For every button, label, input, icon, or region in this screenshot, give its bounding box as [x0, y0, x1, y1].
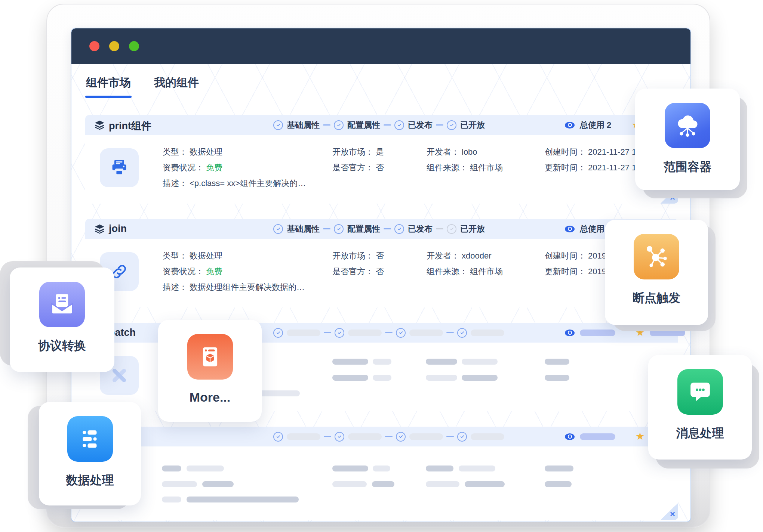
showcase-card-protocol-conversion[interactable]: 协议转换: [10, 267, 114, 372]
field-value: 否: [376, 267, 384, 276]
showcase-label: 范围容器: [664, 159, 711, 175]
showcase-card-data-processing[interactable]: 数据处理: [39, 402, 141, 505]
check-icon: [273, 328, 283, 338]
field-value: lobo: [462, 147, 477, 157]
field-label: 类型：: [163, 147, 187, 157]
close-window-dot[interactable]: [89, 41, 99, 51]
check-icon: [273, 224, 283, 234]
placeholder-bar: [545, 359, 569, 365]
placeholder-bar: [545, 481, 572, 487]
step-separator: [324, 436, 331, 437]
placeholder-bar: [187, 466, 224, 471]
minimize-window-dot[interactable]: [109, 41, 119, 51]
step-separator: [436, 228, 443, 229]
step-label: 配置属性: [347, 120, 380, 131]
field-value: 免费: [206, 163, 222, 172]
placeholder-bar: [332, 481, 367, 487]
status-steps: 基础属性 配置属性 已发布 已开放: [273, 219, 485, 239]
field-label: 类型：: [163, 251, 187, 260]
placeholder-bar: [426, 375, 457, 381]
check-icon: [335, 328, 344, 338]
placeholder-bar: [162, 497, 181, 502]
component-card-print[interactable]: print组件 基础属性 配置属性 已发布 已开放 总使用 2 ★ 总评: [85, 115, 678, 204]
field-value: 是: [376, 147, 384, 157]
showcase-card-scope-container[interactable]: 范围容器: [635, 89, 740, 190]
placeholder-bar: [332, 375, 368, 381]
eye-icon: [565, 433, 575, 440]
layers-icon: [95, 224, 105, 234]
step-label: 已发布: [408, 120, 433, 131]
placeholder-bar: [187, 497, 299, 502]
placeholder-bar: [426, 481, 459, 487]
showcase-label: 数据处理: [66, 472, 114, 489]
step-placeholder: [409, 433, 443, 440]
check-icon: [447, 120, 456, 130]
molecule-icon: [634, 234, 679, 279]
field-label: 开放市场：: [332, 147, 373, 157]
check-icon: [273, 432, 283, 442]
field-value: 否: [376, 251, 384, 260]
app-window: 组件市场 我的组件 print组件 基础属性 配置属性 已发布 已开放: [71, 28, 691, 522]
field-label: 组件来源：: [427, 163, 468, 172]
field-value: xdooder: [462, 251, 492, 260]
check-icon: [335, 432, 344, 442]
field-label: 组件来源：: [427, 267, 468, 276]
maximize-window-dot[interactable]: [129, 41, 139, 51]
check-icon: [447, 224, 456, 234]
tab-component-market[interactable]: 组件市场: [86, 75, 131, 90]
card-close-corner[interactable]: ×: [660, 503, 678, 520]
field-label: 是否官方：: [332, 163, 373, 172]
field-label: 描述：: [163, 179, 187, 188]
placeholder-bar: [545, 375, 569, 381]
usage-count: 总使用 2: [580, 120, 611, 131]
component-name: join: [109, 223, 127, 235]
placeholder-bar: [426, 359, 457, 365]
step-placeholder: [287, 330, 320, 336]
showcase-label: 断点触发: [633, 290, 680, 306]
chat-bubble-icon: [677, 369, 723, 415]
card-body: 类型：数据处理 资费状况：免费 描述：<p.class= xx>组件主要解决的……: [85, 135, 678, 204]
window-titlebar: [71, 28, 690, 64]
placeholder-bar: [162, 466, 181, 471]
field-value: 数据处理组件主要解决数据的…: [190, 282, 305, 292]
card-header: ★: [85, 427, 678, 446]
tab-my-components[interactable]: 我的组件: [154, 75, 199, 90]
content-area: 组件市场 我的组件 print组件 基础属性 配置属性 已发布 已开放: [71, 64, 690, 522]
check-icon: [334, 120, 344, 130]
star-icon: ★: [636, 432, 644, 442]
showcase-card-more[interactable]: More...: [158, 320, 262, 422]
step-placeholder: [471, 330, 504, 336]
component-card-skeleton[interactable]: ★: [85, 427, 678, 520]
step-label: 已开放: [460, 223, 485, 235]
step-separator: [324, 332, 331, 333]
field-value: 否: [376, 163, 384, 172]
step-placeholder: [471, 433, 504, 440]
check-icon: [394, 120, 404, 130]
step-label: 基础属性: [287, 120, 320, 131]
step-label: 基础属性: [287, 223, 320, 235]
close-icon: ×: [670, 509, 675, 519]
field-label: 开发者：: [427, 251, 459, 260]
card-header: print组件 基础属性 配置属性 已发布 已开放 总使用 2 ★ 总评: [85, 115, 678, 135]
placeholder-bar: [459, 466, 495, 471]
showcase-card-message-processing[interactable]: 消息处理: [648, 355, 752, 460]
field-label: 资费状况：: [163, 163, 204, 172]
cloud-network-icon: [665, 103, 710, 148]
step-placeholder: [287, 433, 320, 440]
eye-icon: [565, 122, 575, 129]
check-icon: [396, 432, 406, 442]
field-label: 是否官方：: [332, 267, 373, 276]
data-nodes-icon: [67, 416, 113, 462]
showcase-card-breakpoint-trigger[interactable]: 断点触发: [605, 220, 708, 325]
check-icon: [457, 328, 467, 338]
placeholder-bar: [202, 481, 234, 487]
usage-placeholder: [580, 433, 615, 440]
step-separator: [384, 124, 391, 126]
card-header: join 基础属性 配置属性 已发布 已开放 总使用 6 ★ 总评: [85, 219, 678, 239]
placeholder-bar: [372, 481, 394, 487]
component-card-join[interactable]: join 基础属性 配置属性 已发布 已开放 总使用 6 ★ 总评: [85, 219, 678, 307]
step-separator: [323, 124, 330, 126]
field-label: 资费状况：: [163, 267, 204, 276]
step-label: 已发布: [408, 223, 433, 235]
check-icon: [273, 120, 283, 130]
